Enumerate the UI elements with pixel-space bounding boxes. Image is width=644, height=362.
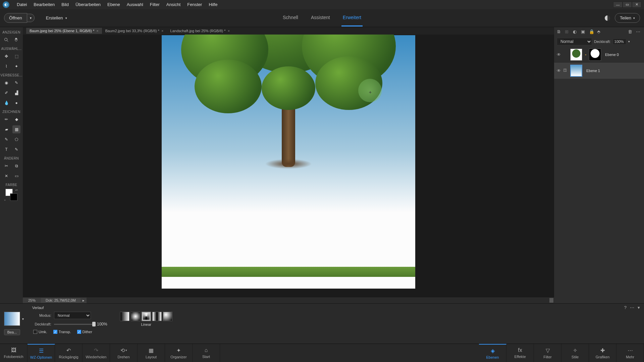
paint-bucket-tool[interactable]: ▰ [2,125,10,133]
layer-name[interactable]: Ebene 0 [605,53,619,57]
spot-heal-tool[interactable]: ✎ [12,79,20,87]
menu-auswahl[interactable]: Auswahl [123,1,147,8]
opacity-value[interactable]: 100% [613,39,626,45]
tb-rotate[interactable]: ⟲▾Drehen [110,344,138,362]
tb-more[interactable]: ⋯Mehr [616,344,644,362]
redeye-tool[interactable]: ◉ [2,79,10,87]
canvas-viewport[interactable]: + [23,35,554,297]
opacity-slider[interactable] [54,324,94,325]
content-move-tool[interactable]: ✕ [2,172,10,180]
zoom-tool[interactable] [2,36,10,44]
transparency-checkbox[interactable]: ✓Transp. [53,330,71,334]
clone-stamp-tool[interactable]: ▟ [12,89,20,97]
layer-row-0[interactable]: 👁 ⚬ Ebene 0 [554,47,644,63]
menu-ueberarbeiten[interactable]: Überarbeiten [72,1,104,8]
tb-layers[interactable]: ◈Ebenen [479,344,506,362]
tb-organizer[interactable]: ✦Organizer [165,344,193,362]
layer-row-1[interactable]: 👁 ⚿ Ebene 1 [554,63,644,79]
close-icon[interactable]: × [161,29,163,33]
maximize-button[interactable]: ▭ [623,2,632,8]
brush-tool[interactable]: ✏ [2,115,10,123]
close-icon[interactable]: × [228,29,230,33]
hand-tool[interactable] [12,36,20,44]
mask-icon[interactable]: ▣ [581,29,586,35]
gradient-linear[interactable] [120,312,129,321]
menu-bild[interactable]: Bild [58,1,72,8]
create-dropdown[interactable]: Erstellen ▾ [41,13,72,22]
tb-tool-options[interactable]: ☰WZ-Optionen [28,344,55,362]
tab-expert[interactable]: Erweitert [341,9,363,26]
visibility-icon[interactable]: 👁 [557,68,561,73]
gradient-mode-select[interactable]: Normal [54,312,91,319]
recompose-tool[interactable]: ⧉ [12,162,20,170]
tb-layout[interactable]: ▦Layout [138,344,165,362]
collapse-icon[interactable]: ▾ [638,305,640,310]
background-color[interactable] [10,193,17,201]
h-scrollbar[interactable] [87,297,554,303]
gradient-preview[interactable] [4,312,20,326]
lasso-tool[interactable]: ⌇ [2,62,10,70]
gradient-tool[interactable]: ▦ [12,125,20,133]
menu-ebene[interactable]: Ebene [104,1,123,8]
magic-wand-tool[interactable]: ✦ [12,62,20,70]
canvas-image[interactable]: + [162,35,415,289]
move-tool[interactable]: ✥ [2,52,10,60]
tb-undo[interactable]: ↶Rückgängig [55,344,83,362]
layer-thumbnail[interactable] [570,65,582,77]
minimize-button[interactable]: — [613,2,623,8]
tab-quick[interactable]: Schnell [281,9,300,26]
dither-checkbox[interactable]: ✓Dither [77,330,92,334]
straighten-tool[interactable]: ▭ [12,172,20,180]
smart-brush-tool[interactable]: ✐ [2,89,10,97]
adjustment-layer-icon[interactable]: ◐ [573,29,578,35]
new-layer-icon[interactable]: 🗎 [557,29,562,35]
color-swatch[interactable]: ⤺ ▫ [5,189,15,199]
gradient-reflected[interactable] [152,312,162,321]
close-button[interactable]: ✕ [632,2,641,8]
panel-menu-icon[interactable]: ⋯ [636,29,641,35]
marquee-tool[interactable]: ⬚ [12,52,20,60]
gradient-radial[interactable] [131,312,140,321]
gradient-diamond[interactable] [163,312,172,321]
blend-mode-select[interactable]: Normal [557,38,592,45]
link-icon[interactable]: ⬘ [597,29,602,35]
tb-filters[interactable]: ▽Filter [534,344,561,362]
open-dropdown-arrow[interactable]: ▾ [27,14,35,22]
tb-photo-bin[interactable]: 🖼Fotobereich [0,344,28,362]
type-tool[interactable]: T [2,145,10,154]
theme-toggle-icon[interactable] [605,15,610,21]
eyedropper-tool[interactable]: ✎ [2,135,10,143]
sponge-tool[interactable]: ● [12,99,20,107]
menu-filter[interactable]: Filter [147,1,163,8]
tb-graphics[interactable]: ✚Grafiken [589,344,616,362]
swap-colors-icon[interactable]: ⤺ [15,188,18,192]
visibility-icon[interactable]: 👁 [557,52,561,57]
layer-name[interactable]: Ebene 1 [586,69,600,73]
trash-icon[interactable]: 🗑 [628,29,633,35]
help-icon[interactable]: ? [624,305,627,310]
gradient-picker-arrow[interactable]: ▾ [22,317,24,321]
menu-datei[interactable]: Datei [13,1,30,8]
gradient-angle[interactable] [142,312,151,321]
tab-guided[interactable]: Assistent [310,9,331,26]
lock-icon[interactable]: 🔒 [589,29,594,35]
doc-tab-3[interactable]: Landschaft.jpg bei 25% (RGB/8) *× [167,28,233,34]
new-group-icon[interactable]: ⊞ [565,29,570,35]
reverse-checkbox[interactable]: Umk. [33,330,47,334]
layer-thumbnail[interactable] [570,49,582,61]
menu-hilfe[interactable]: Hilfe [205,1,221,8]
menu-bearbeiten[interactable]: Bearbeiten [30,1,58,8]
eraser-tool[interactable]: ◆ [12,115,20,123]
panel-menu-icon[interactable]: ⋯ [630,305,634,310]
status-menu-arrow[interactable]: ▸ [80,298,87,303]
tb-redo[interactable]: ↷Wiederholen [83,344,110,362]
mask-thumbnail[interactable] [589,49,601,61]
edit-gradient-button[interactable]: Bea... [4,329,20,335]
share-button[interactable]: Teilen ▾ [615,13,640,23]
reset-colors-icon[interactable]: ▫ [4,198,5,202]
close-icon[interactable]: × [96,29,98,33]
menu-fenster[interactable]: Fenster [184,1,205,8]
doc-tab-1[interactable]: Baum.jpeg bei 25% (Ebene 1, RGB/8) *× [26,28,102,34]
crop-tool[interactable]: ✂ [2,162,10,170]
shape-tool[interactable]: ⬠ [12,135,20,143]
